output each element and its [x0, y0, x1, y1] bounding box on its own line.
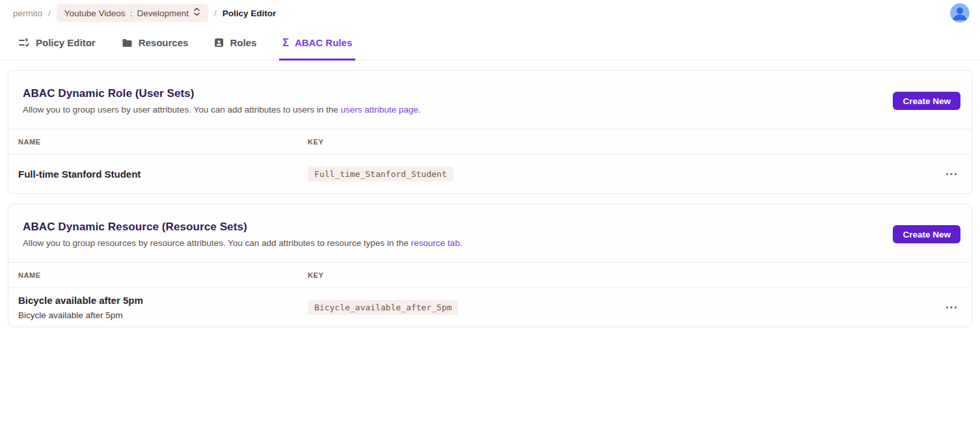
project-environment-selector[interactable]: Youtube Videos : Development	[57, 4, 208, 22]
table-header: Name Key	[8, 262, 972, 288]
user-sets-card-header: ABAC Dynamic Role (User Sets) Allow you …	[8, 71, 972, 129]
breadcrumb-org-link[interactable]: permito	[13, 8, 42, 18]
folder-icon	[122, 38, 133, 48]
environment-name: Development	[137, 8, 189, 18]
user-set-key: Full_time_Stanford_Student	[308, 167, 454, 182]
tab-label: ABAC Rules	[295, 37, 352, 48]
tab-resources[interactable]: Resources	[118, 28, 192, 61]
tab-abac-rules[interactable]: Σ ABAC Rules	[279, 28, 355, 61]
resource-set-name: Bicycle available after 5pm	[18, 295, 308, 306]
tab-label: Policy Editor	[36, 37, 96, 48]
ellipsis-icon	[946, 306, 957, 309]
breadcrumb: permito / Youtube Videos : Development /…	[0, 0, 980, 26]
user-avatar[interactable]	[950, 3, 970, 23]
breadcrumb-current-page: Policy Editor	[223, 8, 277, 18]
breadcrumb-separator: /	[214, 8, 217, 18]
ellipsis-icon	[946, 172, 957, 176]
column-header-key: Key	[308, 271, 931, 279]
card-description: Allow you to group users by user attribu…	[23, 105, 421, 115]
user-set-name: Full-time Stanford Student	[18, 169, 308, 180]
project-name: Youtube Videos	[64, 8, 126, 18]
table-row[interactable]: Full-time Stanford Student Full_time_Sta…	[8, 155, 972, 193]
row-actions-menu-button[interactable]	[942, 302, 961, 313]
resource-set-key: Bicycle_available_after_5pm	[308, 300, 458, 315]
tab-roles[interactable]: Roles	[211, 28, 260, 61]
breadcrumb-separator: /	[48, 8, 51, 18]
description-text: Allow you to group users by user attribu…	[23, 105, 341, 115]
create-new-resource-set-button[interactable]: Create New	[893, 225, 960, 243]
description-text: Allow you to group resources by resource…	[23, 238, 411, 248]
project-env-colon: :	[130, 8, 133, 18]
card-description: Allow you to group resources by resource…	[23, 238, 462, 248]
chevron-up-down-icon	[193, 7, 200, 19]
sigma-icon: Σ	[282, 38, 289, 48]
card-title: ABAC Dynamic Resource (Resource Sets)	[23, 221, 462, 234]
card-title: ABAC Dynamic Role (User Sets)	[23, 87, 421, 100]
policy-rules-icon	[19, 38, 30, 48]
resource-tab-link[interactable]: resource tab	[411, 238, 460, 248]
user-sets-card: ABAC Dynamic Role (User Sets) Allow you …	[8, 70, 972, 194]
tab-label: Roles	[230, 37, 256, 48]
table-header: Name Key	[8, 129, 972, 155]
resource-sets-card-header: ABAC Dynamic Resource (Resource Sets) Al…	[8, 204, 972, 262]
roles-badge-icon	[214, 38, 224, 48]
tab-label: Resources	[139, 37, 189, 48]
column-header-name: Name	[8, 271, 308, 279]
resource-set-description: Bicycle available after 5pm	[18, 310, 308, 320]
users-attribute-page-link[interactable]: users attribute page	[341, 105, 418, 115]
tab-bar: Policy Editor Resources Roles Σ ABAC Rul…	[0, 26, 980, 61]
user-avatar-icon	[950, 3, 970, 23]
description-text: .	[460, 238, 463, 248]
table-row[interactable]: Bicycle available after 5pm Bicycle avai…	[8, 288, 972, 327]
create-new-user-set-button[interactable]: Create New	[893, 92, 960, 110]
row-actions-menu-button[interactable]	[942, 169, 961, 180]
column-header-key: Key	[308, 138, 931, 146]
tab-policy-editor[interactable]: Policy Editor	[16, 28, 99, 61]
description-text: .	[418, 105, 421, 115]
column-header-name: Name	[8, 138, 308, 146]
resource-sets-card: ABAC Dynamic Resource (Resource Sets) Al…	[8, 204, 972, 327]
